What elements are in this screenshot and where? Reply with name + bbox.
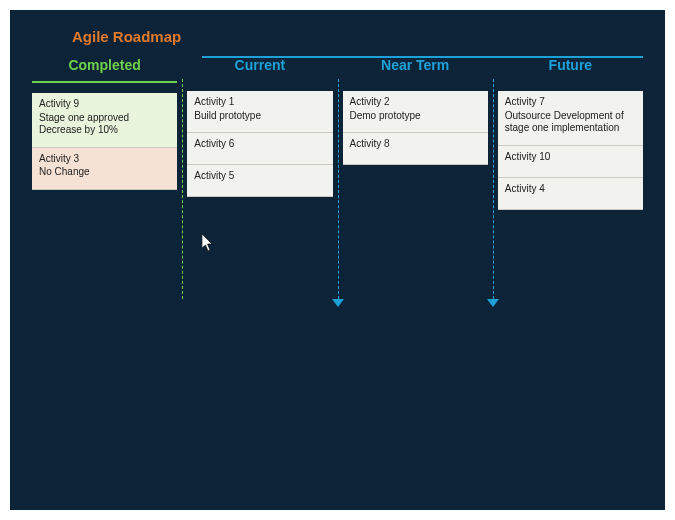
card-title: Activity 8 [350, 138, 481, 151]
card[interactable]: Activity 9 Stage one approved Decrease b… [32, 93, 177, 148]
lane-completed: Completed Activity 9 Stage one approved … [32, 51, 177, 210]
lane-future: Future Activity 7 Outsource Development … [498, 51, 643, 210]
chevron-down-icon [487, 299, 499, 307]
card[interactable]: Activity 1 Build prototype [187, 91, 332, 133]
card-title: Activity 1 [194, 96, 325, 109]
card-title: Activity 7 [505, 96, 636, 109]
lane-divider [182, 79, 183, 299]
lane-near-term: Near Term Activity 2 Demo prototype Acti… [343, 51, 488, 210]
card-desc: Stage one approved Decrease by 10% [39, 112, 170, 137]
card-title: Activity 9 [39, 98, 170, 111]
card-desc: No Change [39, 166, 170, 179]
card[interactable]: Activity 3 No Change [32, 148, 177, 190]
lane-header-future: Future [498, 51, 643, 81]
lane-header-completed: Completed [32, 51, 177, 83]
lane-divider [493, 79, 494, 299]
lane-divider [338, 79, 339, 299]
card-title: Activity 6 [194, 138, 325, 151]
card[interactable]: Activity 4 [498, 178, 643, 210]
card-desc: Build prototype [194, 110, 325, 123]
card[interactable]: Activity 8 [343, 133, 488, 165]
roadmap-page: Agile Roadmap Completed Activity 9 Stage… [10, 10, 665, 510]
card-title: Activity 4 [505, 183, 636, 196]
page-title: Agile Roadmap [72, 28, 643, 45]
card-title: Activity 3 [39, 153, 170, 166]
card[interactable]: Activity 5 [187, 165, 332, 197]
card-desc: Outsource Development of stage one imple… [505, 110, 636, 135]
card-title: Activity 5 [194, 170, 325, 183]
lane-current: Current Activity 1 Build prototype Activ… [187, 51, 332, 210]
card-desc: Demo prototype [350, 110, 481, 123]
lane-header-current: Current [187, 51, 332, 81]
card-title: Activity 2 [350, 96, 481, 109]
card-title: Activity 10 [505, 151, 636, 164]
cursor-icon [202, 234, 214, 252]
card[interactable]: Activity 6 [187, 133, 332, 165]
card[interactable]: Activity 7 Outsource Development of stag… [498, 91, 643, 146]
card[interactable]: Activity 2 Demo prototype [343, 91, 488, 133]
card[interactable]: Activity 10 [498, 146, 643, 178]
chevron-down-icon [332, 299, 344, 307]
lanes-container: Completed Activity 9 Stage one approved … [32, 51, 643, 210]
lane-header-near: Near Term [343, 51, 488, 81]
